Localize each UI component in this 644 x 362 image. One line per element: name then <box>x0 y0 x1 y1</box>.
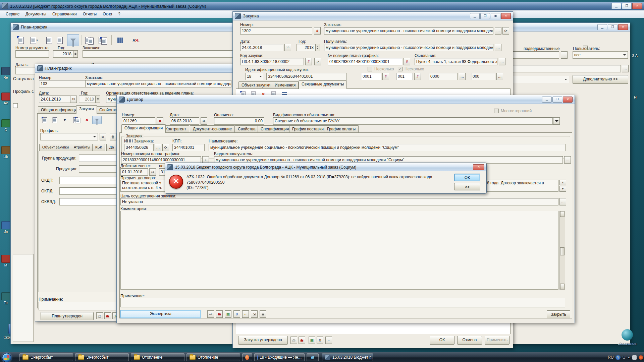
tab-obshchaya[interactable]: Общая информация <box>38 106 82 114</box>
code-field[interactable]: П3.4.1.93.80352.18.00002 <box>240 58 304 65</box>
date-field[interactable]: 06.03.2018 <box>170 117 199 125</box>
zero-icon[interactable]: 0 <box>233 310 240 318</box>
position-field[interactable]: 018032930011480010000030001 <box>328 58 402 65</box>
close-icon[interactable]: ✕ <box>501 13 511 19</box>
tab-svyazannye-dokumenty[interactable]: Связанные документы <box>299 80 347 89</box>
refresh-icon[interactable]: ⟳ <box>162 144 169 151</box>
menu-help[interactable]: ? <box>115 11 123 17</box>
tab-svoystva[interactable]: Свойства <box>235 125 259 133</box>
show-desktop-icon[interactable]: ❏ <box>623 356 625 359</box>
ellipsis-button[interactable]: … <box>459 73 466 80</box>
taskbar-item-app[interactable]: 15.03.2018 Бюджет г... <box>322 353 373 361</box>
multilateral-checkbox[interactable] <box>494 109 499 113</box>
menu-spravochniki[interactable]: Справочники <box>49 11 80 17</box>
calendar-icon[interactable]: 15 <box>201 117 207 125</box>
trash-icon[interactable]: 🗑 <box>110 133 116 140</box>
plan-approved-button[interactable]: План утвержден <box>41 312 94 320</box>
fin-obligation-field[interactable]: Сведение об обязательстве БУ/АУ <box>273 117 553 125</box>
export-icon[interactable]: ⇲ <box>251 310 258 318</box>
maximize-icon[interactable]: ❐ <box>622 3 632 9</box>
tab-zakupki[interactable]: Закупки <box>76 105 97 114</box>
ok-button[interactable]: ОК <box>454 174 480 181</box>
tab-spetsifikatsiya[interactable]: Спецификация <box>258 125 292 133</box>
profiles-button[interactable]: ⧉ <box>100 133 106 140</box>
menu-dokumenty[interactable]: Документы <box>22 11 49 17</box>
date-field[interactable]: 24.01.2018 <box>240 44 283 51</box>
zero-icon[interactable]: 0 <box>317 337 323 344</box>
receiver-field[interactable]: муниципальное учреждение социально - пси… <box>324 44 493 51</box>
close-icon[interactable]: ✕ <box>473 164 484 170</box>
copy-row-icon[interactable] <box>72 116 82 124</box>
ellipsis-button[interactable]: … <box>496 73 503 80</box>
customer-field[interactable]: муниципальное учреждение социально - пси… <box>324 27 493 35</box>
profile-dropdown[interactable] <box>40 133 98 140</box>
minimize-icon[interactable]: ▁ <box>542 97 552 103</box>
search-icon[interactable]: ⌕ <box>325 337 332 344</box>
maximize-icon[interactable]: ▣ <box>491 13 500 19</box>
tab-dokument-osnovanie[interactable]: Документ-основание <box>190 125 235 133</box>
several-checkbox-2[interactable] <box>398 67 402 71</box>
apply-button[interactable]: Применить <box>485 336 509 345</box>
blank-document-icon[interactable] <box>43 34 55 46</box>
ikz-p1-field[interactable]: 0001 <box>361 73 381 80</box>
help-icon[interactable]: ? <box>615 355 621 360</box>
scroll-down-icon[interactable]: ▼ <box>559 186 566 192</box>
hash-button[interactable]: # <box>305 58 312 65</box>
tab-dannye[interactable]: Да <box>106 144 117 151</box>
sort-icon[interactable]: АЯ↓ <box>130 34 142 46</box>
columns-icon[interactable] <box>114 34 126 46</box>
minimize-icon[interactable]: ▁ <box>611 3 621 9</box>
doc-number-field[interactable] <box>15 50 49 58</box>
new-row-icon[interactable] <box>40 116 49 124</box>
delete-document-icon[interactable]: ✕ <box>54 34 66 46</box>
print-icon[interactable]: ⎙ <box>96 312 103 319</box>
year-spinner[interactable] <box>73 50 78 58</box>
kpp-field[interactable]: 344401001 <box>172 144 205 151</box>
ellipsis-button[interactable]: … <box>155 144 161 151</box>
menu-okno[interactable]: Окно <box>100 11 115 17</box>
comment-textarea[interactable] <box>120 211 558 290</box>
forward-icon[interactable]: ⇨ <box>207 310 214 318</box>
note-field[interactable] <box>120 298 565 307</box>
attach-icon[interactable]: 🖿 <box>216 310 223 318</box>
taskbar-item[interactable]: Энергосбыт <box>19 353 73 361</box>
inn-field[interactable]: 3444050626 <box>124 144 154 151</box>
key-icon[interactable]: ⌐ <box>242 310 249 318</box>
tab-izmeneniya[interactable]: Изменения <box>272 81 299 89</box>
user-dropdown[interactable]: все <box>573 51 628 59</box>
main-titlebar[interactable]: 15.03.2018 [Бюджет городского округа гор… <box>0 2 644 10</box>
list-icon[interactable]: ≣ <box>260 310 266 318</box>
close-button[interactable]: Закрыть <box>547 310 570 318</box>
year-field[interactable]: 2018 <box>79 96 96 103</box>
ok-button[interactable]: ОК <box>430 336 454 345</box>
comment-scrollbar[interactable] <box>559 211 565 290</box>
ellipsis-button[interactable]: … <box>495 44 501 51</box>
tab-grafik-postavki[interactable]: График поставки <box>289 125 327 133</box>
tray-status-icon[interactable] <box>632 355 637 360</box>
more-button[interactable]: Дополнительно >> <box>573 75 628 84</box>
hash-button[interactable]: # <box>382 73 389 80</box>
scroll-up-icon[interactable]: ▲ <box>559 180 566 185</box>
attach-icon[interactable]: 🖿 <box>104 312 111 319</box>
ellipsis-button[interactable]: … <box>495 27 501 35</box>
close-icon[interactable]: ✕ <box>618 24 628 30</box>
hash-button[interactable]: # <box>414 73 421 80</box>
year-field[interactable]: 2018 <box>53 50 73 58</box>
excel-icon[interactable]: ▦ <box>225 310 231 318</box>
expertiza-button[interactable]: Экспертиза <box>120 310 201 318</box>
blank-row-icon[interactable] <box>50 116 59 124</box>
filter-icon[interactable] <box>67 34 79 46</box>
maximize-icon[interactable]: ❐ <box>608 24 618 30</box>
ikz-p2-field[interactable]: 001 <box>396 73 413 80</box>
close-icon[interactable]: ✕ <box>563 97 573 103</box>
ellipsis-button[interactable]: … <box>559 198 566 205</box>
tab-obekt-zakupki[interactable]: Объект закупки <box>238 81 273 89</box>
menu-servis[interactable]: Сервис <box>3 11 22 17</box>
number-field[interactable]: 011269 <box>122 117 155 125</box>
date-field[interactable]: 24.01.2018 <box>39 96 71 103</box>
ikz-year-dropdown[interactable]: 18 <box>245 73 264 80</box>
start-button[interactable] <box>2 353 11 362</box>
open-link-icon[interactable]: ↗ <box>314 58 321 65</box>
desktop-icon[interactable]: Косолапов <box>614 329 641 346</box>
several-checkbox-1[interactable] <box>368 67 372 71</box>
